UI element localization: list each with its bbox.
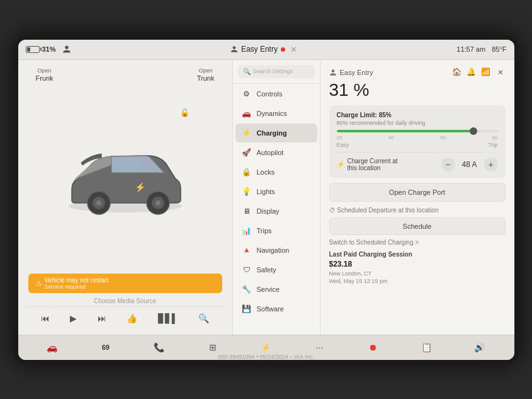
taskbar-radio[interactable]: 69: [96, 344, 116, 351]
taskbar-record[interactable]: ⏺: [363, 342, 383, 352]
nav-icon: 🔧: [242, 285, 252, 294]
search-input-display[interactable]: 🔍 Search Settings: [238, 65, 315, 78]
warning-icon: ⚠: [36, 280, 42, 287]
record-icon: ⏺: [368, 342, 377, 352]
nav-label: Autopilot: [257, 149, 284, 156]
nav-label: Software: [257, 305, 284, 313]
nav-item-lights[interactable]: 💡Lights: [235, 182, 317, 201]
trunk-name: Trunk: [197, 74, 215, 82]
search-placeholder: Search Settings: [253, 68, 293, 74]
taskbar-bluetooth[interactable]: ⚡: [256, 343, 276, 352]
slider-range-labels: Easy Trip: [337, 142, 498, 148]
lightning-icon: ⚡: [337, 161, 344, 168]
mute-icon: ✕: [290, 45, 297, 54]
taskbar-more[interactable]: ···: [309, 342, 329, 352]
nav-label: Charging: [257, 129, 287, 137]
scheduled-section: ⏱ Scheduled Departure at this location S…: [329, 207, 506, 246]
like-btn[interactable]: 👍: [124, 311, 140, 326]
nav-icon: 🖥: [242, 207, 252, 216]
prev-btn[interactable]: ⏮: [38, 311, 52, 326]
charge-slider-thumb[interactable]: [470, 127, 477, 135]
charge-slider-fill: [337, 130, 474, 132]
decrease-btn[interactable]: −: [441, 158, 455, 171]
nav-item-locks[interactable]: 🔒Locks: [235, 163, 317, 182]
last-session-label: Last Paid Charging Session: [329, 251, 506, 258]
svg-text:⚡: ⚡: [135, 182, 146, 193]
soc-display: 31 %: [329, 80, 506, 100]
person-icon: [62, 45, 71, 54]
increase-btn[interactable]: +: [484, 158, 498, 171]
nav-icon: ⚙: [242, 90, 252, 98]
main-content: Open Frunk Open Trunk: [18, 60, 514, 335]
device-frame: 31% Easy Entry ✕ 11:57 am 85°F: [14, 36, 518, 364]
nav-label: Dynamics: [257, 110, 287, 117]
temp-display: 85°F: [492, 45, 506, 53]
bell-icon[interactable]: 🔔: [467, 67, 476, 78]
taskbar-volume[interactable]: 🔊: [470, 342, 490, 352]
panel-person-icon: [329, 69, 337, 76]
taskbar-car[interactable]: 🚗: [42, 342, 62, 352]
more-icon: ···: [315, 342, 323, 352]
close-icon[interactable]: ✕: [495, 67, 506, 78]
settings-panel: 🔍 Search Settings ⚙Controls🚗Dynamics⚡Cha…: [232, 60, 320, 335]
battery-indicator: 31%: [26, 45, 56, 53]
nav-label: Trips: [257, 227, 272, 234]
battery-pct: 31%: [42, 45, 56, 53]
panel-easy-entry-text: Easy Entry: [340, 69, 373, 76]
frunk-label: Open Frunk: [36, 67, 54, 82]
battery-icon: [26, 46, 40, 53]
trip-label: Trip: [488, 142, 497, 148]
wifi-icon[interactable]: 📶: [481, 67, 490, 78]
nav-label: Lights: [257, 188, 275, 195]
nav-label: Safety: [257, 266, 276, 274]
trunk-open-text: Open: [199, 67, 213, 74]
phone-icon: 📞: [154, 342, 164, 352]
scheduled-label: ⏱ Scheduled Departure at this location: [329, 207, 506, 214]
nav-item-trips[interactable]: 📊Trips: [235, 221, 317, 240]
apps-icon: ⊞: [209, 342, 217, 352]
search-media-btn[interactable]: 🔍: [196, 311, 212, 326]
car-visual: ⚡ 🔓: [23, 84, 227, 271]
frunk-open-text: Open: [38, 67, 52, 74]
search-icon: 🔍: [243, 68, 251, 75]
panel-action-icons: 🏠 🔔 📶 ✕: [452, 67, 506, 78]
nav-item-controls[interactable]: ⚙Controls: [235, 84, 317, 103]
schedule-button[interactable]: Schedule: [329, 217, 506, 235]
profile-icon: [230, 45, 238, 53]
charge-current-text: Charge Current atthis location: [348, 158, 398, 171]
nav-item-dynamics[interactable]: 🚗Dynamics: [235, 104, 317, 123]
volume-icon: 🔊: [474, 342, 485, 352]
open-port-button[interactable]: Open Charge Port: [329, 183, 506, 202]
nav-items: ⚙Controls🚗Dynamics⚡Charging🚀Autopilot🔒Lo…: [233, 84, 320, 319]
nav-icon: 🛡: [242, 265, 252, 274]
slider-tick-labels: 20 40 60 80: [337, 135, 498, 141]
nav-item-charging[interactable]: ⚡Charging: [235, 124, 317, 142]
svg-point-7: [156, 200, 161, 205]
next-btn[interactable]: ⏭: [95, 311, 109, 326]
nav-item-service[interactable]: 🔧Service: [235, 280, 317, 299]
home-icon[interactable]: 🏠: [452, 67, 461, 78]
warning-sub: Service required: [45, 284, 109, 290]
charge-slider-track[interactable]: [337, 130, 498, 132]
charging-panel: Easy Entry 🏠 🔔 📶 ✕ 31 % Charge Limit: 85…: [320, 60, 514, 335]
play-btn[interactable]: ▶: [67, 311, 79, 326]
charge-current-row: ⚡ Charge Current atthis location − 48 A …: [337, 152, 498, 171]
nav-label: Locks: [257, 168, 275, 176]
nav-item-software[interactable]: 💾Software: [235, 299, 317, 318]
equalizer-btn[interactable]: ▊▋▌: [156, 311, 181, 326]
nav-item-navigation[interactable]: 🔺Navigation: [235, 241, 317, 260]
media-source-label[interactable]: Choose Media Source: [23, 296, 227, 306]
taskbar-camera[interactable]: 📋: [416, 342, 436, 352]
nav-icon: 🚀: [242, 148, 252, 157]
nav-item-display[interactable]: 🖥Display: [235, 202, 317, 221]
switch-charging-link[interactable]: Switch to Scheduled Charging >: [329, 239, 506, 246]
nav-icon: 🚗: [242, 109, 252, 118]
recording-dot: [281, 47, 285, 52]
taskbar-apps[interactable]: ⊞: [203, 342, 223, 352]
nav-item-autopilot[interactable]: 🚀Autopilot: [235, 143, 317, 162]
charge-limit-label: Charge Limit: 85%: [337, 112, 498, 119]
taskbar-phone[interactable]: 📞: [149, 342, 169, 352]
warning-title: Vehicle may not restart: [45, 277, 109, 284]
nav-icon: 📊: [242, 226, 252, 235]
nav-item-safety[interactable]: 🛡Safety: [235, 260, 317, 279]
